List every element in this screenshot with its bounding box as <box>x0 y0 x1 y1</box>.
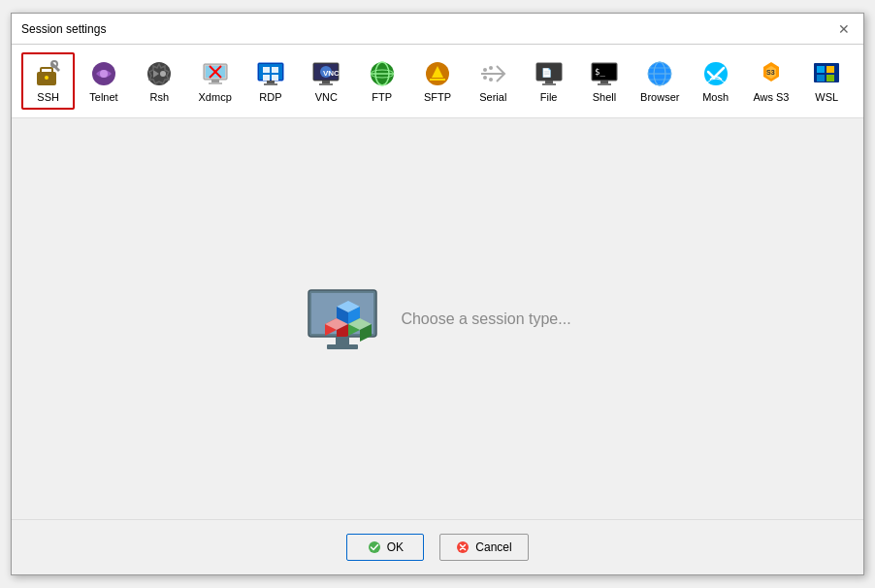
session-type-rdp[interactable]: RDP <box>243 52 297 110</box>
session-type-ssh[interactable]: SSH <box>21 52 75 110</box>
svg-rect-59 <box>817 75 825 82</box>
main-content-area: Choose a session type... <box>12 118 863 519</box>
svg-rect-58 <box>826 66 834 73</box>
svg-rect-19 <box>272 75 278 81</box>
ok-button[interactable]: OK <box>346 534 424 561</box>
session-placeholder: Choose a session type... <box>304 285 570 353</box>
session-type-serial[interactable]: Serial <box>467 52 520 110</box>
session-type-sftp[interactable]: SFTP <box>410 52 464 110</box>
sftp-label: SFTP <box>424 91 451 104</box>
svg-rect-57 <box>817 66 825 73</box>
cancel-icon <box>456 540 470 554</box>
svg-rect-21 <box>264 83 277 85</box>
mosh-icon <box>700 58 731 89</box>
session-settings-dialog: Session settings ✕ SSH <box>11 13 864 575</box>
svg-rect-27 <box>319 83 333 85</box>
svg-rect-26 <box>322 81 330 83</box>
svg-point-7 <box>160 71 166 77</box>
rsh-label: Rsh <box>150 91 170 104</box>
svg-rect-40 <box>545 81 553 83</box>
ok-icon <box>368 540 381 554</box>
ssh-icon <box>33 58 64 89</box>
svg-rect-15 <box>259 64 282 80</box>
svg-rect-73 <box>327 344 358 349</box>
svg-text:📄: 📄 <box>541 67 553 79</box>
vnc-label: VNC <box>315 91 338 104</box>
close-button[interactable]: ✕ <box>834 19 854 39</box>
rsh-icon <box>144 58 175 89</box>
svg-point-36 <box>489 78 493 82</box>
svg-point-33 <box>483 68 487 72</box>
session-type-shell[interactable]: $_ Shell <box>577 52 631 110</box>
session-type-awss3[interactable]: S3 Aws S3 <box>744 52 797 110</box>
browser-label: Browser <box>640 91 679 104</box>
wsl-label: WSL <box>815 91 838 104</box>
svg-rect-13 <box>209 82 222 84</box>
session-type-xdmcp[interactable]: Xdmcp <box>188 52 242 110</box>
awss3-label: Aws S3 <box>753 91 789 104</box>
svg-rect-12 <box>211 80 219 82</box>
svg-point-5 <box>100 70 108 78</box>
svg-rect-18 <box>263 75 270 81</box>
mosh-label: Mosh <box>702 91 729 104</box>
shell-icon: $_ <box>589 58 620 89</box>
svg-point-2 <box>45 76 49 80</box>
svg-rect-46 <box>598 83 611 85</box>
telnet-label: Telnet <box>89 91 117 104</box>
svg-rect-20 <box>267 81 275 83</box>
placeholder-text: Choose a session type... <box>401 310 570 328</box>
session-type-browser[interactable]: Browser <box>633 52 687 110</box>
svg-text:$_: $_ <box>595 67 605 77</box>
session-type-file[interactable]: 📄 File <box>522 52 575 110</box>
cancel-button[interactable]: Cancel <box>439 534 528 561</box>
dialog-footer: OK Cancel <box>12 519 863 574</box>
svg-rect-17 <box>272 67 278 73</box>
svg-text:S3: S3 <box>766 69 775 76</box>
session-type-vnc[interactable]: VNC VNC <box>300 52 353 110</box>
session-type-ftp[interactable]: FTP <box>355 52 408 110</box>
svg-rect-16 <box>263 67 270 73</box>
ftp-label: FTP <box>372 91 392 104</box>
session-type-mosh[interactable]: Mosh <box>689 52 742 110</box>
xdmcp-label: Xdmcp <box>199 91 232 104</box>
file-label: File <box>540 91 558 104</box>
browser-icon <box>644 58 675 89</box>
rdp-icon <box>255 58 286 89</box>
session-type-rsh[interactable]: Rsh <box>133 52 186 110</box>
session-type-telnet[interactable]: Telnet <box>77 52 130 110</box>
ftp-icon <box>367 58 398 89</box>
shell-label: Shell <box>593 91 616 104</box>
svg-rect-45 <box>600 81 608 83</box>
svg-rect-72 <box>336 337 349 344</box>
ssh-label: SSH <box>37 91 59 104</box>
xdmcp-icon <box>200 58 231 89</box>
serial-label: Serial <box>479 91 506 104</box>
awss3-icon: S3 <box>756 58 787 89</box>
monitor-cubes-icon <box>304 285 381 353</box>
svg-point-34 <box>483 76 487 80</box>
svg-rect-41 <box>542 83 556 85</box>
sftp-icon <box>422 58 453 89</box>
telnet-icon <box>88 58 119 89</box>
file-icon: 📄 <box>534 58 565 89</box>
wsl-icon <box>811 58 842 89</box>
svg-point-35 <box>489 66 493 70</box>
serial-icon <box>477 58 508 89</box>
vnc-icon: VNC <box>310 58 341 89</box>
session-icons-row: SSH Telnet <box>12 45 863 118</box>
rdp-label: RDP <box>259 91 281 104</box>
dialog-title: Session settings <box>21 22 106 36</box>
svg-text:VNC: VNC <box>323 69 340 78</box>
svg-rect-60 <box>826 75 834 82</box>
session-type-wsl[interactable]: WSL <box>800 52 854 110</box>
title-bar: Session settings ✕ <box>12 14 863 45</box>
